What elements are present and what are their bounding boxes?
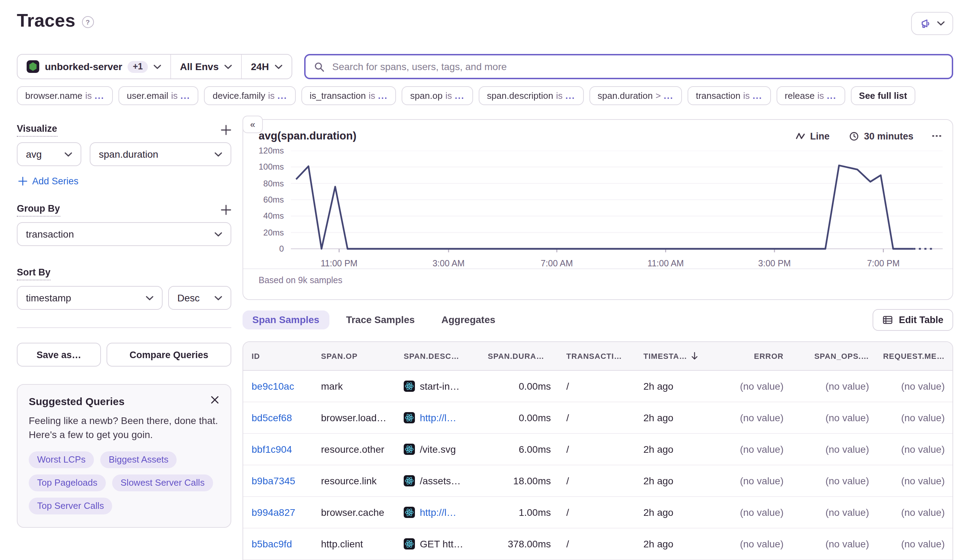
- request-method-cell: (no value): [870, 538, 946, 550]
- see-full-list-button[interactable]: See full list: [850, 86, 915, 105]
- tab-span-samples[interactable]: Span Samples: [242, 310, 329, 329]
- col-request-method[interactable]: REQUEST.ME…: [870, 352, 946, 360]
- suggested-query-chip[interactable]: Biggest Assets: [100, 451, 177, 468]
- add-series-button[interactable]: Add Series: [18, 176, 231, 187]
- table-icon: [883, 315, 893, 325]
- react-icon: [404, 475, 415, 487]
- add-visualize-button[interactable]: [221, 125, 231, 135]
- table-row[interactable]: be9c10acmarkstart-in…0.00ms/2h ago(no va…: [243, 371, 952, 402]
- filter-chip[interactable]: span.duration>...: [589, 86, 682, 105]
- add-group-by-button[interactable]: [221, 205, 231, 215]
- span-description-cell: GET htt…: [404, 538, 488, 550]
- chevron-down-icon: [65, 152, 72, 157]
- span-id-link[interactable]: b5bac9fd: [252, 538, 321, 550]
- y-tick-label: 100ms: [252, 162, 284, 172]
- span-id-link[interactable]: b9ba7345: [252, 475, 321, 487]
- react-icon: [404, 412, 415, 423]
- result-tabs: Span Samples Trace Samples Aggregates: [242, 310, 505, 329]
- chart-interval-button[interactable]: 30 minutes: [848, 131, 913, 141]
- sort-field-select[interactable]: timestamp: [17, 286, 163, 310]
- request-method-cell: (no value): [870, 380, 946, 392]
- span-description-text: /vite.svg: [420, 444, 456, 455]
- table-row[interactable]: b5bac9fdhttp.clientGET htt…378.00ms/2h a…: [243, 528, 952, 560]
- table-row[interactable]: bd5cef68browser.load…http://l…0.00ms/2h …: [243, 402, 952, 434]
- chart-type-button[interactable]: Line: [795, 131, 830, 141]
- sort-desc-arrow-icon: [692, 352, 698, 360]
- col-error[interactable]: ERROR: [712, 352, 785, 360]
- megaphone-icon: [920, 17, 932, 30]
- suggested-query-chip[interactable]: Slowest Server Calls: [112, 474, 213, 491]
- error-cell: (no value): [712, 507, 785, 518]
- chart-menu-button[interactable]: [932, 135, 941, 137]
- filter-chip[interactable]: span.opis...: [402, 86, 473, 105]
- time-range-label: 24H: [251, 61, 269, 72]
- sort-direction-select[interactable]: Desc: [168, 286, 231, 310]
- error-cell: (no value): [712, 444, 785, 455]
- filter-chip[interactable]: user.emailis...: [118, 86, 199, 105]
- filter-chip[interactable]: span.descriptionis...: [478, 86, 583, 105]
- span-description-text: GET htt…: [420, 538, 463, 550]
- table-row[interactable]: b9ba7345resource.link/assets…18.00ms/2h …: [243, 465, 952, 497]
- y-axis-labels: 020ms40ms60ms80ms100ms120ms: [252, 148, 284, 252]
- col-span-duration[interactable]: SPAN.DURA…: [488, 352, 552, 360]
- chevron-down-icon: [224, 64, 232, 69]
- query-sidebar: Visualize avg span.duration Add Series G…: [17, 115, 231, 560]
- span-ops-cell: (no value): [785, 507, 870, 518]
- span-id-link[interactable]: be9c10ac: [252, 380, 321, 392]
- tab-trace-samples[interactable]: Trace Samples: [336, 310, 424, 329]
- field-select[interactable]: span.duration: [90, 142, 231, 166]
- span-ops-cell: (no value): [785, 444, 870, 455]
- suggested-queries-body: Feeling like a newb? Been there, done th…: [29, 413, 219, 442]
- close-icon[interactable]: [210, 395, 219, 404]
- filter-chip[interactable]: device.familyis...: [204, 86, 296, 105]
- filter-chip[interactable]: browser.nameis...: [17, 86, 113, 105]
- react-icon: [404, 444, 415, 455]
- col-id[interactable]: ID: [252, 352, 321, 360]
- col-transaction[interactable]: TRANSACTI…: [552, 352, 643, 360]
- suggested-query-chip[interactable]: Worst LCPs: [29, 451, 94, 468]
- page-title: Traces: [17, 10, 75, 32]
- chevron-down-icon: [146, 295, 153, 300]
- span-id-link[interactable]: bd5cef68: [252, 412, 321, 423]
- span-id-link[interactable]: b994a827: [252, 507, 321, 518]
- group-by-select[interactable]: transaction: [17, 222, 231, 246]
- span-description-text[interactable]: http://l…: [420, 412, 456, 423]
- project-extra-badge: +1: [128, 61, 148, 73]
- help-icon[interactable]: ?: [82, 16, 93, 28]
- col-timestamp[interactable]: TIMESTA…: [643, 352, 712, 360]
- feedback-button[interactable]: [911, 12, 953, 35]
- y-tick-label: 20ms: [252, 227, 284, 237]
- search-icon: [314, 61, 325, 72]
- span-op-cell: mark: [321, 380, 404, 392]
- edit-table-button[interactable]: Edit Table: [873, 309, 953, 331]
- col-span-op[interactable]: SPAN.OP: [321, 352, 404, 360]
- collapse-sidebar-button[interactable]: «: [242, 116, 263, 133]
- filter-chip[interactable]: releaseis...: [776, 86, 845, 105]
- span-description-cell: start-in…: [404, 380, 488, 392]
- time-range-selector[interactable]: 24H: [242, 55, 291, 78]
- suggested-query-chip[interactable]: Top Pageloads: [29, 474, 106, 491]
- search-input[interactable]: [331, 60, 943, 73]
- table-header-row: ID SPAN.OP SPAN.DESC… SPAN.DURA… TRANSAC…: [243, 342, 952, 371]
- table-row[interactable]: b994a827browser.cachehttp://l…1.00ms/2h …: [243, 497, 952, 528]
- table-row[interactable]: bbf1c904resource.other/vite.svg6.00ms/2h…: [243, 434, 952, 465]
- y-tick-label: 40ms: [252, 211, 284, 221]
- span-id-link[interactable]: bbf1c904: [252, 444, 321, 455]
- environment-selector[interactable]: All Envs: [171, 55, 242, 78]
- tab-aggregates[interactable]: Aggregates: [432, 310, 505, 329]
- error-cell: (no value): [712, 475, 785, 487]
- save-as-button[interactable]: Save as…: [17, 343, 101, 367]
- filter-chip[interactable]: is_transactionis...: [302, 86, 396, 105]
- col-span-description[interactable]: SPAN.DESC…: [404, 352, 488, 360]
- project-selector[interactable]: unborked-server +1: [18, 55, 170, 78]
- chevron-down-icon: [215, 232, 222, 237]
- suggested-query-chip[interactable]: Top Server Calls: [29, 497, 112, 514]
- x-tick-label: 7:00 PM: [867, 258, 900, 268]
- filter-chip[interactable]: transactionis...: [688, 86, 771, 105]
- y-tick-label: 80ms: [252, 178, 284, 188]
- aggregate-select[interactable]: avg: [17, 142, 81, 166]
- search-bar[interactable]: [304, 54, 953, 79]
- compare-queries-button[interactable]: Compare Queries: [107, 343, 231, 367]
- span-description-text[interactable]: http://l…: [420, 507, 456, 518]
- col-span-ops[interactable]: SPAN_OPS.…: [785, 352, 870, 360]
